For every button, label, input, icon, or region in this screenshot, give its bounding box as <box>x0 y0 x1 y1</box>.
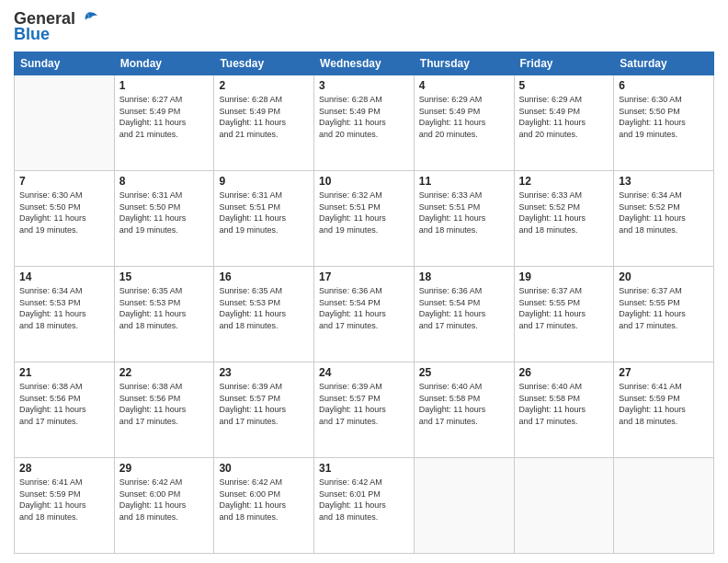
day-info: Sunrise: 6:34 AM Sunset: 5:53 PM Dayligh… <box>19 285 109 331</box>
calendar-cell: 10Sunrise: 6:32 AM Sunset: 5:51 PM Dayli… <box>314 171 415 267</box>
day-number: 30 <box>219 462 309 475</box>
calendar-cell: 15Sunrise: 6:35 AM Sunset: 5:53 PM Dayli… <box>114 267 214 362</box>
day-info: Sunrise: 6:34 AM Sunset: 5:52 PM Dayligh… <box>619 190 709 236</box>
day-number: 2 <box>219 79 309 92</box>
calendar-cell: 19Sunrise: 6:37 AM Sunset: 5:55 PM Dayli… <box>514 267 614 362</box>
day-number: 15 <box>119 270 210 283</box>
day-number: 13 <box>619 175 709 188</box>
calendar-cell: 5Sunrise: 6:29 AM Sunset: 5:49 PM Daylig… <box>514 75 614 171</box>
day-info: Sunrise: 6:42 AM Sunset: 6:00 PM Dayligh… <box>219 477 309 523</box>
day-number: 10 <box>319 175 409 188</box>
day-info: Sunrise: 6:29 AM Sunset: 5:49 PM Dayligh… <box>419 94 509 140</box>
day-info: Sunrise: 6:41 AM Sunset: 5:59 PM Dayligh… <box>19 477 109 523</box>
calendar-cell: 21Sunrise: 6:38 AM Sunset: 5:56 PM Dayli… <box>15 362 115 458</box>
calendar-cell: 2Sunrise: 6:28 AM Sunset: 5:49 PM Daylig… <box>214 75 314 171</box>
day-number: 3 <box>319 79 409 92</box>
day-number: 5 <box>519 79 609 92</box>
day-number: 4 <box>419 79 509 92</box>
day-info: Sunrise: 6:30 AM Sunset: 5:50 PM Dayligh… <box>619 94 709 140</box>
day-number: 8 <box>119 175 210 188</box>
logo-blue-text: Blue <box>14 25 50 44</box>
calendar-header-friday: Friday <box>514 52 614 75</box>
calendar-cell: 3Sunrise: 6:28 AM Sunset: 5:49 PM Daylig… <box>314 75 415 171</box>
calendar-cell <box>15 75 115 171</box>
day-number: 20 <box>619 270 709 283</box>
logo: General Blue <box>14 9 97 44</box>
calendar-cell: 23Sunrise: 6:39 AM Sunset: 5:57 PM Dayli… <box>214 362 314 458</box>
day-number: 7 <box>19 175 109 188</box>
calendar-cell <box>514 458 614 554</box>
day-number: 31 <box>319 462 409 475</box>
day-info: Sunrise: 6:32 AM Sunset: 5:51 PM Dayligh… <box>319 190 409 236</box>
day-number: 6 <box>619 79 709 92</box>
day-number: 17 <box>319 270 409 283</box>
day-info: Sunrise: 6:37 AM Sunset: 5:55 PM Dayligh… <box>619 285 709 331</box>
calendar-cell: 17Sunrise: 6:36 AM Sunset: 5:54 PM Dayli… <box>314 267 415 362</box>
day-info: Sunrise: 6:38 AM Sunset: 5:56 PM Dayligh… <box>119 381 210 427</box>
day-number: 18 <box>419 270 509 283</box>
calendar-cell: 20Sunrise: 6:37 AM Sunset: 5:55 PM Dayli… <box>614 267 714 362</box>
day-info: Sunrise: 6:28 AM Sunset: 5:49 PM Dayligh… <box>219 94 309 140</box>
calendar-week-row: 28Sunrise: 6:41 AM Sunset: 5:59 PM Dayli… <box>15 458 714 554</box>
calendar-cell: 29Sunrise: 6:42 AM Sunset: 6:00 PM Dayli… <box>114 458 214 554</box>
day-info: Sunrise: 6:41 AM Sunset: 5:59 PM Dayligh… <box>619 381 709 427</box>
day-number: 24 <box>319 366 409 379</box>
calendar-cell: 30Sunrise: 6:42 AM Sunset: 6:00 PM Dayli… <box>214 458 314 554</box>
calendar-cell: 26Sunrise: 6:40 AM Sunset: 5:58 PM Dayli… <box>514 362 614 458</box>
day-info: Sunrise: 6:35 AM Sunset: 5:53 PM Dayligh… <box>219 285 309 331</box>
day-info: Sunrise: 6:37 AM Sunset: 5:55 PM Dayligh… <box>519 285 609 331</box>
page: General Blue SundayMondayTuesdayWednesda… <box>0 0 728 563</box>
calendar-header-sunday: Sunday <box>15 52 115 75</box>
logo-bird-icon <box>77 11 97 28</box>
calendar-cell <box>414 458 514 554</box>
day-info: Sunrise: 6:42 AM Sunset: 6:01 PM Dayligh… <box>319 477 409 523</box>
day-info: Sunrise: 6:40 AM Sunset: 5:58 PM Dayligh… <box>519 381 609 427</box>
calendar-cell: 24Sunrise: 6:39 AM Sunset: 5:57 PM Dayli… <box>314 362 415 458</box>
calendar-week-row: 21Sunrise: 6:38 AM Sunset: 5:56 PM Dayli… <box>15 362 714 458</box>
day-info: Sunrise: 6:30 AM Sunset: 5:50 PM Dayligh… <box>19 190 109 236</box>
day-number: 27 <box>619 366 709 379</box>
day-number: 29 <box>119 462 210 475</box>
day-info: Sunrise: 6:36 AM Sunset: 5:54 PM Dayligh… <box>419 285 509 331</box>
day-number: 22 <box>119 366 210 379</box>
day-info: Sunrise: 6:40 AM Sunset: 5:58 PM Dayligh… <box>419 381 509 427</box>
day-info: Sunrise: 6:42 AM Sunset: 6:00 PM Dayligh… <box>119 477 210 523</box>
day-info: Sunrise: 6:36 AM Sunset: 5:54 PM Dayligh… <box>319 285 409 331</box>
calendar-cell <box>614 458 714 554</box>
calendar-cell: 13Sunrise: 6:34 AM Sunset: 5:52 PM Dayli… <box>614 171 714 267</box>
day-number: 9 <box>219 175 309 188</box>
day-info: Sunrise: 6:31 AM Sunset: 5:51 PM Dayligh… <box>219 190 309 236</box>
day-number: 21 <box>19 366 109 379</box>
calendar-cell: 28Sunrise: 6:41 AM Sunset: 5:59 PM Dayli… <box>15 458 115 554</box>
calendar-header-saturday: Saturday <box>614 52 714 75</box>
day-info: Sunrise: 6:39 AM Sunset: 5:57 PM Dayligh… <box>319 381 409 427</box>
header: General Blue <box>14 9 714 44</box>
day-number: 28 <box>19 462 109 475</box>
day-number: 23 <box>219 366 309 379</box>
day-info: Sunrise: 6:33 AM Sunset: 5:51 PM Dayligh… <box>419 190 509 236</box>
calendar-header-wednesday: Wednesday <box>314 52 415 75</box>
calendar-cell: 27Sunrise: 6:41 AM Sunset: 5:59 PM Dayli… <box>614 362 714 458</box>
day-number: 26 <box>519 366 609 379</box>
day-number: 19 <box>519 270 609 283</box>
day-number: 14 <box>19 270 109 283</box>
day-info: Sunrise: 6:35 AM Sunset: 5:53 PM Dayligh… <box>119 285 210 331</box>
day-info: Sunrise: 6:39 AM Sunset: 5:57 PM Dayligh… <box>219 381 309 427</box>
day-number: 12 <box>519 175 609 188</box>
calendar-header-row: SundayMondayTuesdayWednesdayThursdayFrid… <box>15 52 714 75</box>
calendar-cell: 9Sunrise: 6:31 AM Sunset: 5:51 PM Daylig… <box>214 171 314 267</box>
calendar-cell: 1Sunrise: 6:27 AM Sunset: 5:49 PM Daylig… <box>114 75 214 171</box>
day-info: Sunrise: 6:31 AM Sunset: 5:50 PM Dayligh… <box>119 190 210 236</box>
calendar-header-monday: Monday <box>114 52 214 75</box>
calendar-cell: 6Sunrise: 6:30 AM Sunset: 5:50 PM Daylig… <box>614 75 714 171</box>
calendar-week-row: 14Sunrise: 6:34 AM Sunset: 5:53 PM Dayli… <box>15 267 714 362</box>
day-info: Sunrise: 6:27 AM Sunset: 5:49 PM Dayligh… <box>119 94 210 140</box>
calendar-week-row: 1Sunrise: 6:27 AM Sunset: 5:49 PM Daylig… <box>15 75 714 171</box>
day-number: 25 <box>419 366 509 379</box>
calendar-cell: 31Sunrise: 6:42 AM Sunset: 6:01 PM Dayli… <box>314 458 415 554</box>
day-info: Sunrise: 6:33 AM Sunset: 5:52 PM Dayligh… <box>519 190 609 236</box>
day-info: Sunrise: 6:28 AM Sunset: 5:49 PM Dayligh… <box>319 94 409 140</box>
calendar-week-row: 7Sunrise: 6:30 AM Sunset: 5:50 PM Daylig… <box>15 171 714 267</box>
day-number: 16 <box>219 270 309 283</box>
calendar-cell: 16Sunrise: 6:35 AM Sunset: 5:53 PM Dayli… <box>214 267 314 362</box>
